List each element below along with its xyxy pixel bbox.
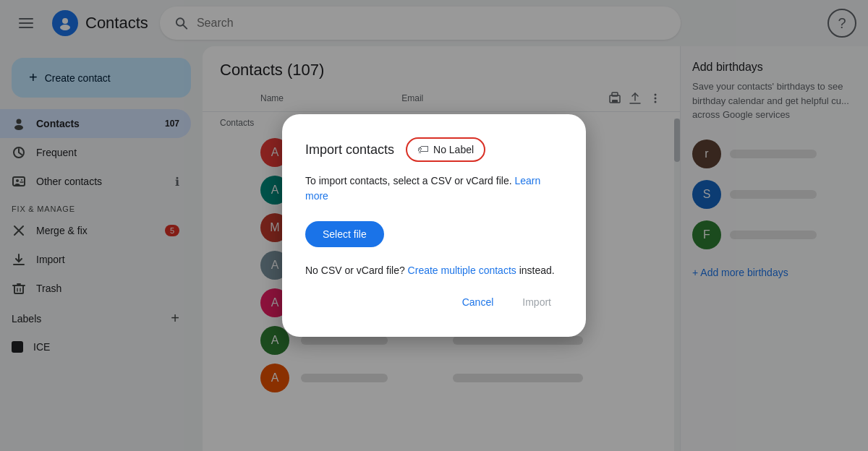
dialog-actions: Cancel Import	[305, 291, 563, 314]
dialog-footer: No CSV or vCard file? Create multiple co…	[305, 265, 563, 276]
cancel-button[interactable]: Cancel	[451, 291, 506, 314]
dialog-title: Import contacts	[305, 142, 394, 158]
dialog-description: To import contacts, select a CSV or vCar…	[305, 173, 563, 204]
no-label-button[interactable]: 🏷 No Label	[406, 137, 485, 162]
select-file-button[interactable]: Select file	[305, 221, 384, 247]
import-dialog: Import contacts 🏷 No Label To import con…	[282, 114, 586, 337]
instead-text: instead.	[519, 265, 555, 276]
modal-overlay: Import contacts 🏷 No Label To import con…	[0, 0, 868, 451]
label-icon: 🏷	[417, 143, 429, 156]
dialog-header: Import contacts 🏷 No Label	[305, 137, 563, 162]
import-button[interactable]: Import	[511, 291, 563, 314]
select-file-wrapper: Select file	[305, 221, 563, 265]
dialog-desc-text: To import contacts, select a CSV or vCar…	[305, 175, 512, 186]
no-label-text: No Label	[433, 144, 474, 155]
no-csv-text: No CSV or vCard file?	[305, 265, 405, 276]
create-multiple-contacts-link[interactable]: Create multiple contacts	[408, 265, 516, 276]
